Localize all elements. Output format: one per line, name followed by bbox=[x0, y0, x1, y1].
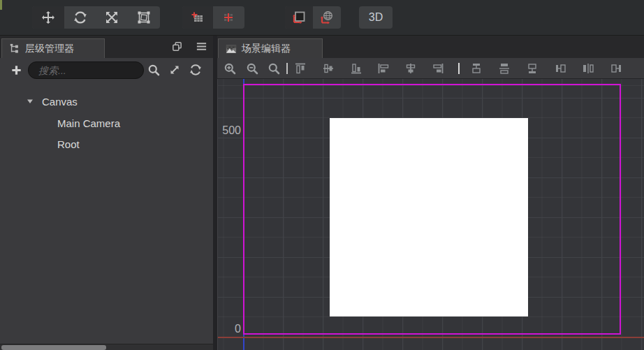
transform-tool-group bbox=[32, 6, 160, 29]
distribute-horizontal-center-icon[interactable] bbox=[582, 62, 594, 75]
hierarchy-tab-label: 层级管理器 bbox=[25, 43, 74, 55]
local-coord-icon bbox=[292, 10, 306, 24]
scale-tool-button[interactable] bbox=[96, 6, 129, 29]
tree-row-canvas[interactable]: Canvas bbox=[0, 92, 213, 111]
align-horizontal-center-icon[interactable] bbox=[404, 62, 417, 75]
white-sprite-node bbox=[330, 118, 528, 316]
local-coord-button[interactable] bbox=[285, 6, 313, 29]
3d-mode-button[interactable]: 3D bbox=[359, 6, 393, 29]
align-vertical-middle-icon[interactable] bbox=[322, 62, 335, 75]
toolbar-separator bbox=[286, 63, 288, 74]
layout-copy-icon[interactable] bbox=[171, 41, 183, 52]
hierarchy-horizontal-scrollbar bbox=[0, 344, 213, 350]
rect-tool-button[interactable] bbox=[128, 6, 160, 29]
align-bottom-icon[interactable] bbox=[350, 62, 363, 75]
search-input[interactable] bbox=[28, 61, 144, 79]
rect-tool-icon bbox=[137, 10, 151, 24]
hierarchy-panel: Canvas Main Camera Root bbox=[0, 58, 213, 344]
distribute-vertical-middle-icon[interactable] bbox=[498, 62, 511, 75]
main-toolbar: 3D bbox=[0, 0, 644, 36]
scale-tool-icon bbox=[105, 10, 119, 24]
align-right-icon[interactable] bbox=[432, 62, 444, 75]
center-pivot-button[interactable] bbox=[213, 6, 244, 29]
tab-scene[interactable]: 场景编辑器 bbox=[218, 38, 323, 58]
scene-tab-label: 场景编辑器 bbox=[242, 43, 291, 55]
expand-all-icon[interactable] bbox=[168, 64, 181, 76]
editor-window: 3D 层级管理器 场景编辑器 Canvas Main Camera bbox=[0, 0, 644, 350]
zoom-reset-icon[interactable] bbox=[268, 62, 280, 75]
world-coord-icon bbox=[320, 10, 334, 24]
zoom-out-icon[interactable] bbox=[246, 62, 258, 75]
coordinate-mode-group bbox=[285, 6, 341, 29]
window-edge-accent bbox=[0, 0, 2, 10]
add-node-icon[interactable] bbox=[10, 64, 22, 76]
scene-tabbar: 场景编辑器 bbox=[217, 36, 644, 58]
zoom-in-icon[interactable] bbox=[224, 62, 236, 75]
tree-node-label: Root bbox=[57, 138, 80, 150]
menu-icon[interactable] bbox=[196, 41, 207, 52]
distribute-top-icon[interactable] bbox=[470, 62, 483, 75]
world-coord-button[interactable] bbox=[313, 6, 341, 29]
hierarchy-tabbar: 层级管理器 bbox=[0, 36, 213, 58]
tree-node-label: Canvas bbox=[42, 96, 78, 108]
toolbar-separator bbox=[458, 63, 460, 74]
tree-node-label: Main Camera bbox=[57, 117, 120, 129]
distribute-bottom-icon[interactable] bbox=[526, 62, 539, 75]
move-tool-button[interactable] bbox=[32, 6, 64, 29]
scene-image-icon bbox=[226, 43, 237, 54]
ruler-label-500: 500 bbox=[218, 124, 241, 138]
tab-hierarchy[interactable]: 层级管理器 bbox=[1, 38, 105, 58]
scene-toolbar bbox=[217, 58, 644, 79]
x-axis-line bbox=[218, 337, 644, 338]
center-pivot-icon bbox=[221, 10, 235, 24]
align-left-icon[interactable] bbox=[377, 62, 390, 75]
rotate-tool-icon bbox=[73, 10, 87, 24]
ruler-label-0: 0 bbox=[218, 322, 241, 336]
caret-down-icon[interactable] bbox=[27, 98, 34, 105]
pivot-mode-group bbox=[182, 6, 244, 29]
tree-row-main-camera[interactable]: Main Camera bbox=[0, 113, 213, 133]
scrollbar-thumb[interactable] bbox=[1, 345, 106, 350]
scene-viewport[interactable]: 500 0 bbox=[217, 79, 644, 350]
refresh-icon[interactable] bbox=[189, 64, 202, 76]
align-top-icon[interactable] bbox=[294, 62, 307, 75]
distribute-left-icon[interactable] bbox=[555, 62, 567, 75]
anchor-pivot-button[interactable] bbox=[182, 6, 213, 29]
hierarchy-tree-icon bbox=[9, 43, 20, 54]
rotate-tool-button[interactable] bbox=[64, 6, 96, 29]
tree-row-root[interactable]: Root bbox=[0, 134, 213, 154]
hierarchy-tab-actions bbox=[171, 41, 207, 52]
distribute-right-icon[interactable] bbox=[610, 62, 622, 75]
anchor-pivot-icon bbox=[191, 10, 205, 24]
move-tool-icon bbox=[41, 10, 55, 24]
search-icon[interactable] bbox=[147, 64, 160, 76]
